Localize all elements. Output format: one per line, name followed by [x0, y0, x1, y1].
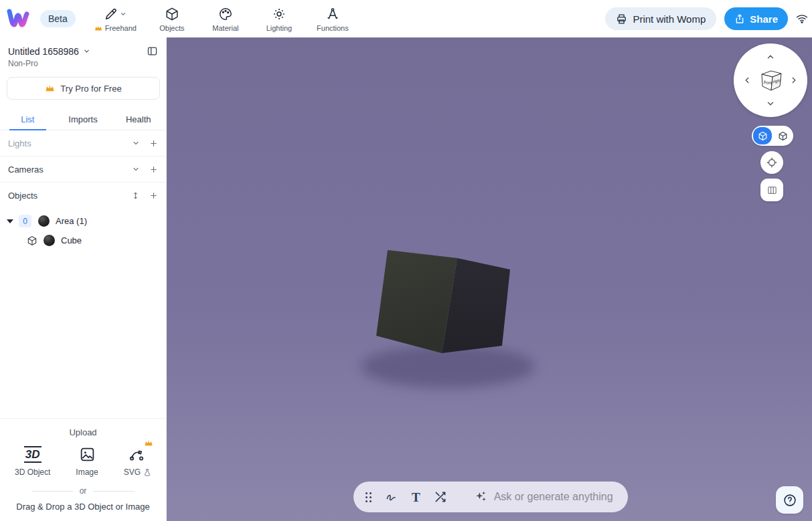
cameras-collapse-chevron-icon[interactable]: [132, 165, 140, 173]
lights-collapse-chevron-icon[interactable]: [132, 139, 140, 147]
upload-title: Upload: [0, 427, 166, 437]
add-light-button[interactable]: [149, 139, 158, 148]
upload-panel: Upload 3D 3D Object Image: [0, 418, 166, 521]
chevron-down-icon: [120, 11, 127, 17]
tool-label: Objects: [159, 24, 184, 32]
upload-svg[interactable]: SVG: [124, 445, 151, 477]
add-object-button[interactable]: [149, 191, 158, 200]
main-toolbar: Freehand Objects Material: [94, 6, 351, 32]
project-title-chevron-icon[interactable]: [83, 47, 90, 55]
sort-objects-icon[interactable]: [131, 191, 140, 200]
collapse-sidebar-icon[interactable]: [147, 45, 158, 57]
top-bar: Beta Freehand Objects: [0, 0, 812, 37]
compass-tool-icon: [325, 7, 340, 21]
cube-item-label: Cube: [61, 235, 82, 245]
perspective-cube-icon: [758, 131, 768, 141]
group-index-badge: 0: [19, 215, 31, 227]
palette-icon: [218, 7, 233, 21]
sun-icon: [272, 7, 287, 21]
orbit-down-icon[interactable]: [766, 99, 775, 108]
beta-badge: Beta: [40, 10, 76, 27]
upload-3d-object[interactable]: 3D 3D Object: [15, 445, 50, 477]
view-cube-icon[interactable]: front right: [754, 64, 787, 96]
focus-crosshair-icon: [766, 157, 778, 169]
pencil-icon: [104, 7, 118, 21]
crown-icon: [94, 25, 102, 31]
tool-functions[interactable]: Functions: [315, 6, 351, 32]
try-pro-label: Try Pro for Free: [60, 84, 121, 94]
objects-label: Objects: [8, 191, 37, 201]
section-objects: Objects: [0, 183, 166, 209]
sidebar-tabs: List Imports Health: [0, 109, 166, 130]
viewcube-front-label: front: [763, 80, 773, 85]
help-button[interactable]: [776, 486, 803, 514]
wifi-icon: [796, 13, 808, 24]
drag-handle-icon[interactable]: [366, 492, 372, 502]
divider: [93, 491, 135, 492]
tree-row-area[interactable]: 0 Area (1): [0, 211, 166, 231]
orbit-up-icon[interactable]: [766, 52, 775, 62]
objects-tree: 0 Area (1) Cube: [0, 209, 166, 250]
freehand-draw-icon[interactable]: [385, 490, 398, 504]
tool-label: Material: [212, 24, 238, 32]
cube-icon: [165, 7, 179, 21]
tool-label: Freehand: [105, 24, 137, 32]
cube-type-icon: [27, 235, 37, 246]
columns-icon: [766, 185, 778, 196]
share-button[interactable]: Share: [724, 7, 788, 30]
cameras-label: Cameras: [8, 165, 44, 175]
section-cameras: Cameras: [0, 157, 166, 183]
tab-label: Imports: [68, 114, 97, 124]
plan-label: Non-Pro: [8, 59, 158, 68]
try-pro-button[interactable]: Try Pro for Free: [7, 77, 160, 100]
ask-generate-input[interactable]: [494, 491, 633, 503]
projection-toggle: [752, 126, 793, 146]
print-with-womp-button[interactable]: Print with Womp: [605, 7, 716, 30]
tab-list[interactable]: List: [0, 109, 56, 130]
left-sidebar: Untitled 1658986 Non-Pro Try Pro for Fre…: [0, 37, 167, 521]
cube-3d-object[interactable]: [167, 37, 812, 521]
command-bar: T: [353, 482, 628, 512]
project-title[interactable]: Untitled 1658986: [8, 46, 79, 57]
recenter-view-button[interactable]: [760, 151, 783, 174]
tool-lighting[interactable]: Lighting: [261, 6, 297, 32]
upload-image[interactable]: Image: [76, 445, 98, 477]
area-group-label: Area (1): [56, 216, 87, 226]
layout-columns-button[interactable]: [760, 179, 783, 201]
womp-logo[interactable]: [7, 9, 32, 29]
crown-icon: [45, 84, 55, 92]
dragdrop-hint: Drag & Drop a 3D Object or Image: [0, 502, 166, 512]
womp-logo-icon: [7, 9, 32, 29]
tab-imports[interactable]: Imports: [56, 109, 111, 130]
expand-caret-icon[interactable]: [7, 219, 13, 223]
tool-label: Functions: [317, 24, 349, 32]
text-tool-icon[interactable]: T: [412, 491, 420, 504]
orbit-right-icon[interactable]: [789, 76, 799, 85]
share-label: Share: [750, 13, 778, 25]
tool-label: Lighting: [266, 24, 293, 32]
bezier-curve-icon: [129, 447, 147, 463]
tree-row-cube[interactable]: Cube: [0, 231, 166, 250]
upload-item-label: Image: [76, 467, 98, 477]
beta-flask-icon: [143, 468, 151, 477]
view-navigator[interactable]: front right: [734, 43, 807, 117]
lights-label: Lights: [8, 138, 31, 148]
add-camera-button[interactable]: [149, 165, 158, 174]
orbit-left-icon[interactable]: [742, 76, 752, 85]
viewport-canvas[interactable]: front right T: [167, 37, 812, 521]
print-label: Print with Womp: [633, 13, 706, 25]
ortho-cube-icon: [778, 131, 788, 141]
crown-icon: [144, 439, 153, 447]
perspective-view-button[interactable]: [753, 127, 772, 144]
upload-item-label: SVG: [124, 467, 141, 477]
image-icon: [79, 446, 96, 463]
tool-material[interactable]: Material: [208, 6, 244, 32]
tab-label: List: [21, 114, 34, 124]
material-preview-sphere: [44, 235, 55, 246]
tab-health[interactable]: Health: [110, 109, 166, 130]
shuffle-icon[interactable]: [434, 490, 447, 504]
tool-freehand[interactable]: Freehand: [94, 6, 137, 32]
tool-objects[interactable]: Objects: [154, 6, 190, 32]
orthographic-view-button[interactable]: [773, 127, 792, 144]
question-mark-icon: [783, 493, 797, 508]
